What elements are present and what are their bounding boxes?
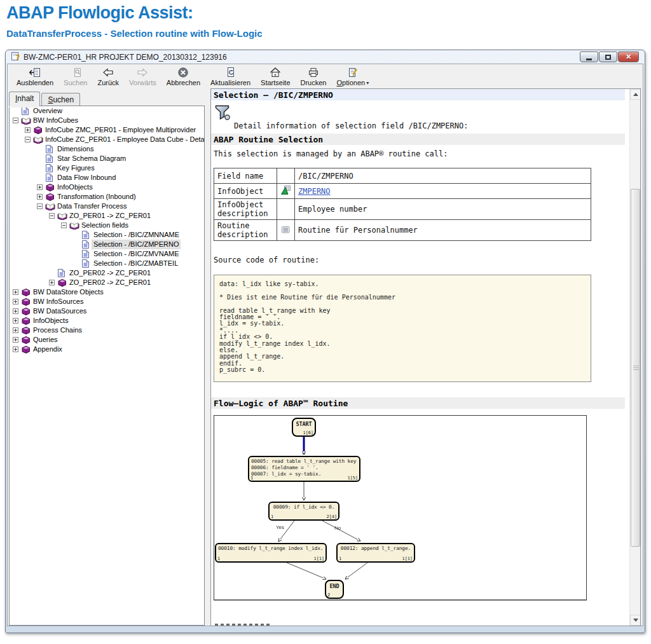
tree-item[interactable]: Selection - /BIC/ZMVNAME: [10, 249, 204, 259]
tree-item[interactable]: Process Chains: [10, 325, 204, 335]
toolbar-button-print[interactable]: Drucken: [296, 65, 332, 87]
book-open-icon: [33, 135, 44, 144]
tree-item[interactable]: Data Transfer Process: [10, 202, 204, 211]
expander-plus-icon[interactable]: [13, 289, 21, 295]
content-scrollbar[interactable]: [629, 89, 640, 626]
expander-minus-icon[interactable]: [49, 213, 57, 219]
toolbar-button-forward: Vorwärts: [124, 65, 161, 87]
tree-item-label[interactable]: Selection - /BIC/ZMNNAME: [92, 231, 181, 239]
tree-item-label[interactable]: Selection - /BIC/ZMVNAME: [92, 250, 180, 258]
tree-item[interactable]: Transformation (Inbound): [10, 192, 204, 202]
tree-item-label[interactable]: InfoCube ZMC_PER01 - Employee Multiprovi…: [44, 126, 197, 134]
tree-item[interactable]: Data Flow Inbound: [10, 173, 204, 182]
tree-item-label[interactable]: BW InfoSources: [32, 298, 85, 306]
tree-item-label[interactable]: ZO_PER02 -> ZC_PER01: [68, 278, 152, 287]
tree-item-label[interactable]: Key Figures: [56, 164, 96, 172]
scroll-down-button[interactable]: [630, 615, 641, 626]
tree-item[interactable]: Dimensions: [10, 144, 204, 154]
scrollbar-thumb[interactable]: [631, 189, 640, 547]
start-node: START1[6]: [292, 418, 316, 437]
tree-item[interactable]: InfoCube ZMC_PER01 - Employee Multiprovi…: [10, 125, 204, 135]
tree-item[interactable]: InfoObjects: [10, 182, 204, 192]
tree-item-label[interactable]: Selection fields: [80, 221, 130, 230]
toolbar-button-hide-pane[interactable]: Ausblenden: [11, 65, 58, 87]
end-node: END2: [325, 580, 344, 599]
tree-item-label[interactable]: InfoCube ZC_PER01 - Employee Data Cube -…: [44, 135, 205, 144]
minimize-button[interactable]: [580, 51, 598, 62]
tree-item-label[interactable]: Data Transfer Process: [56, 202, 128, 210]
close-button[interactable]: ✕: [618, 51, 639, 62]
tree-item-label[interactable]: Appendix: [32, 345, 64, 353]
tree-item-label[interactable]: Transformation (Inbound): [56, 193, 137, 201]
toolbar-button-home[interactable]: Startseite: [256, 65, 295, 87]
expander-minus-icon[interactable]: [13, 118, 21, 123]
tree-item[interactable]: Star Schema Diagram: [10, 154, 204, 163]
tree-item-label[interactable]: Dimensions: [56, 145, 95, 153]
maximize-button[interactable]: [599, 51, 617, 62]
tree-item[interactable]: Selection - /BIC/ZMPERNO: [10, 240, 204, 249]
tree-item[interactable]: BW InfoCubes: [10, 116, 204, 125]
tree-item-label[interactable]: Selection - /BIC/ZMPERNO: [92, 240, 180, 249]
tree-item[interactable]: Key Figures: [10, 163, 204, 173]
tree-item-label[interactable]: InfoObjects: [32, 317, 70, 325]
tree-item[interactable]: BW DataStore Objects: [10, 287, 204, 297]
scroll-up-button[interactable]: [630, 89, 641, 100]
expander-plus-icon[interactable]: [25, 127, 33, 133]
tree-item[interactable]: Selection - /BIC/ZMABTEIL: [10, 259, 204, 268]
maximize-icon: [605, 55, 611, 60]
expander-plus-icon[interactable]: [13, 337, 21, 343]
tree-item-label[interactable]: ZO_PER01 -> ZC_PER01: [68, 212, 152, 220]
tree-item-label[interactable]: Queries: [32, 336, 59, 344]
tree-item[interactable]: ZO_PER02 -> ZC_PER01: [10, 278, 204, 287]
tree-item[interactable]: Overview: [10, 106, 204, 116]
tab-inhalt[interactable]: Inhalt: [9, 92, 40, 106]
tree-item[interactable]: Selection - /BIC/ZMNNAME: [10, 230, 204, 240]
tree-item[interactable]: InfoObjects: [10, 316, 204, 325]
expander-plus-icon[interactable]: [13, 346, 21, 352]
tree-item-label[interactable]: BW DataStore Objects: [32, 288, 105, 296]
tree-item-label[interactable]: InfoObjects: [56, 183, 94, 191]
tree-item-label[interactable]: Selection - /BIC/ZMABTEIL: [92, 259, 179, 268]
tree-item[interactable]: ZO_PER02 -> ZC_PER01: [10, 268, 204, 278]
infoobject-link[interactable]: ZMPERNO: [298, 187, 331, 196]
pane-splitter[interactable]: [205, 89, 210, 626]
page-title: ABAP Flowlogic Assist:: [6, 3, 193, 23]
expander-plus-icon[interactable]: [13, 299, 21, 305]
dropdown-caret-icon: ▾: [366, 80, 369, 86]
tree-item[interactable]: Selection fields: [10, 221, 204, 230]
expander-plus-icon[interactable]: [37, 184, 45, 190]
tree-item[interactable]: InfoCube ZC_PER01 - Employee Data Cube -…: [10, 135, 204, 144]
tree-item-label[interactable]: Overview: [32, 107, 64, 115]
page-icon: [45, 144, 56, 154]
expander-plus-icon[interactable]: [13, 308, 21, 314]
expander-plus-icon[interactable]: [37, 194, 45, 200]
tree-item[interactable]: Appendix: [10, 345, 204, 354]
managed-text: This selection is managed by an ABAP® ro…: [214, 149, 448, 158]
tree-item[interactable]: ZO_PER01 -> ZC_PER01: [10, 211, 204, 221]
tree-item-label[interactable]: Data Flow Inbound: [56, 174, 117, 182]
expander-plus-icon[interactable]: [49, 280, 57, 285]
tree-item[interactable]: Queries: [10, 335, 204, 345]
expander-minus-icon[interactable]: [37, 203, 45, 209]
expander-minus-icon[interactable]: [61, 223, 69, 228]
page-icon: [81, 249, 92, 259]
toolbar-button-back[interactable]: Zurück: [92, 65, 124, 87]
expander-plus-icon[interactable]: [13, 327, 21, 333]
toolbar-button-options[interactable]: Optionen▾: [331, 65, 374, 87]
tree-item-label[interactable]: BW InfoCubes: [32, 116, 79, 125]
tree-item-label[interactable]: ZO_PER02 -> ZC_PER01: [68, 269, 152, 277]
tree-item-label[interactable]: BW DataSources: [32, 307, 88, 315]
tree-item-label[interactable]: Star Schema Diagram: [56, 154, 127, 163]
toolbar-button-label: Suchen: [64, 79, 87, 86]
tree-item[interactable]: BW DataSources: [10, 306, 204, 316]
toolbar-button-refresh[interactable]: Aktualisieren: [205, 65, 256, 87]
tree-item[interactable]: BW InfoSources: [10, 297, 204, 306]
tab-suchen[interactable]: Suchen: [41, 93, 80, 106]
toolbar-button-cancel[interactable]: Abbrechen: [161, 65, 205, 87]
toolbar-button-search-pane: Suchen: [58, 65, 92, 87]
tree-item-label[interactable]: Process Chains: [32, 326, 83, 334]
node-label: END: [329, 583, 339, 589]
expander-minus-icon[interactable]: [25, 137, 33, 142]
window-titlebar[interactable]: ? BW-ZMC-PER01_HR PROJEKT DEMO_20130312_…: [6, 50, 645, 64]
expander-plus-icon[interactable]: [13, 318, 21, 324]
